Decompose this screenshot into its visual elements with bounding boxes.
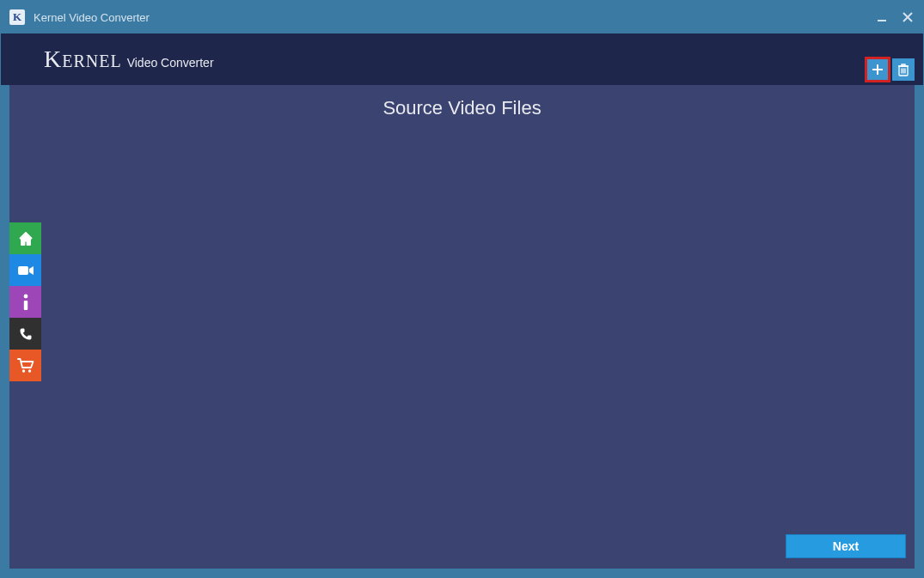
svg-point-5	[28, 369, 30, 372]
titlebar[interactable]: K Kernel Video Converter	[1, 1, 923, 33]
svg-rect-1	[18, 266, 28, 275]
content-heading: Source Video Files	[9, 85, 915, 119]
side-tab-contact[interactable]	[9, 318, 41, 350]
footer-bar: Next	[9, 523, 915, 569]
svg-point-4	[21, 369, 24, 372]
close-button[interactable]	[896, 5, 920, 29]
side-tabs	[9, 222, 41, 381]
svg-point-2	[23, 294, 28, 298]
minimize-button[interactable]	[870, 5, 894, 29]
info-icon	[22, 294, 29, 311]
next-button-label: Next	[833, 539, 859, 553]
cart-icon	[17, 358, 34, 374]
side-tab-video[interactable]	[9, 254, 41, 286]
app-header: Kernel Video Converter	[1, 33, 923, 85]
app-icon-letter: K	[13, 10, 21, 24]
svg-rect-3	[23, 301, 27, 310]
brand-logo: Kernel Video Converter	[44, 46, 214, 73]
delete-button[interactable]	[892, 58, 915, 81]
plus-icon	[872, 64, 884, 76]
app-window: K Kernel Video Converter Kernel Video Co…	[0, 0, 924, 578]
next-button[interactable]: Next	[786, 534, 906, 558]
brand-primary: Kernel	[44, 46, 122, 73]
header-actions	[866, 39, 915, 81]
window-title: Kernel Video Converter	[34, 11, 870, 24]
phone-icon	[19, 327, 33, 341]
svg-rect-0	[878, 20, 886, 21]
side-tab-buy[interactable]	[9, 350, 41, 381]
trash-icon	[897, 63, 909, 76]
window-controls	[870, 5, 920, 29]
home-icon	[18, 231, 34, 246]
side-tab-home[interactable]	[9, 222, 41, 254]
content-area: Source Video Files	[9, 85, 915, 569]
side-tab-info[interactable]	[9, 286, 41, 318]
add-file-button[interactable]	[866, 58, 889, 81]
brand-secondary: Video Converter	[127, 56, 214, 70]
app-icon: K	[9, 9, 25, 25]
video-camera-icon	[17, 265, 34, 277]
